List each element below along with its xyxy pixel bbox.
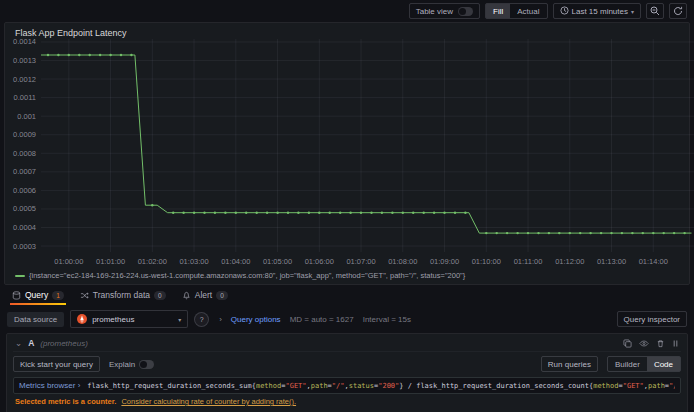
chevron-right-icon: › <box>219 315 222 324</box>
svg-text:01:02:00: 01:02:00 <box>138 257 167 266</box>
svg-text:0.0006: 0.0006 <box>13 186 36 195</box>
interval-summary: Interval = 15s <box>363 315 411 324</box>
query-options-footer[interactable]: › Options Legend: Auto Format: Time seri… <box>13 406 681 412</box>
drag-handle-icon[interactable] <box>672 339 679 348</box>
query-editor-card: ⌄ A (prometheus) Kick start your query E… <box>6 333 688 412</box>
svg-text:0.0011: 0.0011 <box>14 93 36 102</box>
svg-text:01:11:00: 01:11:00 <box>514 257 543 266</box>
table-view-switch[interactable] <box>458 7 473 16</box>
svg-text:0.0004: 0.0004 <box>13 223 36 232</box>
query-field[interactable]: Metrics browser › flask_http_request_dur… <box>13 377 681 394</box>
legend-series-swatch <box>15 275 25 277</box>
refresh-icon <box>673 6 683 16</box>
table-view-label: Table view <box>416 7 453 16</box>
svg-text:01:00:00: 01:00:00 <box>54 257 83 266</box>
datasource-picker[interactable]: prometheus ▾ <box>70 310 188 328</box>
latency-chart[interactable]: 01:00:0001:01:0001:02:0001:03:0001:04:00… <box>5 39 694 271</box>
query-row-header[interactable]: ⌄ A (prometheus) <box>13 337 681 352</box>
query-options-section: › Query options MD = auto = 1627 Interva… <box>219 315 411 324</box>
tab-transform-data[interactable]: Transform data 0 <box>80 290 166 305</box>
code-mode-button[interactable]: Code <box>647 357 680 371</box>
tab-transform-label: Transform data <box>93 290 150 300</box>
shuffle-icon <box>80 291 89 300</box>
trash-icon[interactable] <box>656 339 665 348</box>
query-inspector-label: Query inspector <box>624 315 680 324</box>
warning-hint-link[interactable]: Consider calculating rate of counter by … <box>121 397 296 406</box>
kickstart-label: Kick start your query <box>20 360 93 369</box>
collapse-chevron-icon[interactable]: ⌄ <box>15 338 22 348</box>
datasource-help-button[interactable]: ? <box>194 312 209 327</box>
explain-label: Explain <box>109 360 135 369</box>
tab-alert-count: 0 <box>216 291 228 300</box>
time-range-label: Last 15 minutes <box>572 7 628 16</box>
fill-actual-switcher: Fill Actual <box>485 3 547 19</box>
svg-text:01:08:00: 01:08:00 <box>388 257 417 266</box>
tab-query-count: 1 <box>52 291 64 300</box>
legend-series-label: {instance="ec2-184-169-216-224.us-west-1… <box>29 271 465 280</box>
svg-text:0.0013: 0.0013 <box>13 56 36 65</box>
svg-text:0.0005: 0.0005 <box>13 204 36 213</box>
explain-switch[interactable] <box>139 360 154 369</box>
refresh-button[interactable] <box>669 3 687 19</box>
svg-text:0.0012: 0.0012 <box>13 75 36 84</box>
editor-tabs: Query 1 Transform data 0 Alert 0 <box>0 285 694 305</box>
svg-text:01:04:00: 01:04:00 <box>221 257 250 266</box>
svg-text:0.0008: 0.0008 <box>13 149 36 158</box>
clock-icon <box>560 6 569 17</box>
svg-text:01:09:00: 01:09:00 <box>430 257 459 266</box>
query-ref-datasource: (prometheus) <box>40 339 88 348</box>
eye-icon[interactable] <box>639 339 649 348</box>
actual-button[interactable]: Actual <box>510 4 546 18</box>
svg-text:01:14:00: 01:14:00 <box>639 257 668 266</box>
svg-text:01:05:00: 01:05:00 <box>263 257 292 266</box>
tab-query-label: Query <box>25 290 48 300</box>
svg-text:01:13:00: 01:13:00 <box>597 257 626 266</box>
query-row-actions <box>623 339 679 348</box>
svg-text:01:07:00: 01:07:00 <box>346 257 375 266</box>
fill-button[interactable]: Fill <box>486 4 510 18</box>
zoom-out-icon <box>650 6 660 16</box>
svg-text:0.0007: 0.0007 <box>13 167 36 176</box>
builder-code-switcher: Builder Code <box>607 356 681 372</box>
datasource-row: Data source prometheus ▾ ? › Query optio… <box>0 305 694 332</box>
metrics-browser-toggle[interactable]: Metrics browser › <box>19 381 80 390</box>
copy-icon[interactable] <box>623 339 632 348</box>
svg-text:01:03:00: 01:03:00 <box>179 257 208 266</box>
chevron-down-icon: ▾ <box>178 316 181 323</box>
counter-warning: Selected metric is a counter. Consider c… <box>13 394 681 406</box>
bell-icon <box>182 291 191 300</box>
run-queries-label: Run queries <box>548 360 591 369</box>
svg-text:01:12:00: 01:12:00 <box>555 257 584 266</box>
database-icon <box>12 291 21 300</box>
tab-transform-count: 0 <box>154 291 166 300</box>
prometheus-icon <box>77 314 87 324</box>
panel-editor-topbar: Table view Fill Actual Last 15 minutes ▾ <box>0 0 694 22</box>
chart-legend[interactable]: {instance="ec2-184-169-216-224.us-west-1… <box>5 271 689 284</box>
builder-mode-button[interactable]: Builder <box>608 357 647 371</box>
query-options-toggle[interactable]: Query options <box>231 315 281 324</box>
svg-text:0.0009: 0.0009 <box>13 130 36 139</box>
latency-panel: Flask App Endpoint Latency 01:00:0001:01… <box>4 22 690 285</box>
kickstart-query-button[interactable]: Kick start your query <box>13 356 100 372</box>
query-inspector-button[interactable]: Query inspector <box>617 311 687 327</box>
zoom-out-button[interactable] <box>646 3 664 19</box>
help-icon: ? <box>200 316 204 323</box>
warning-text: Selected metric is a counter. <box>15 397 116 406</box>
datasource-selected: prometheus <box>92 315 173 324</box>
datasource-label: Data source <box>7 312 64 327</box>
table-view-toggle[interactable]: Table view <box>409 3 480 19</box>
explain-toggle[interactable]: Explain <box>109 360 154 369</box>
panel-title[interactable]: Flask App Endpoint Latency <box>5 23 689 39</box>
svg-text:0.0003: 0.0003 <box>13 242 36 251</box>
query-ref-id: A <box>28 338 34 348</box>
svg-text:01:06:00: 01:06:00 <box>305 257 334 266</box>
time-range-picker[interactable]: Last 15 minutes ▾ <box>553 3 642 19</box>
tab-alert-label: Alert <box>195 290 212 300</box>
tab-query[interactable]: Query 1 <box>12 290 64 305</box>
svg-text:01:01:00: 01:01:00 <box>96 257 125 266</box>
chevron-down-icon: ▾ <box>631 8 634 15</box>
run-queries-button[interactable]: Run queries <box>541 356 598 372</box>
query-toolbar: Kick start your query Explain Run querie… <box>13 352 681 377</box>
tab-alert[interactable]: Alert 0 <box>182 290 228 305</box>
query-code[interactable]: flask_http_request_duration_seconds_sum{… <box>87 382 675 390</box>
